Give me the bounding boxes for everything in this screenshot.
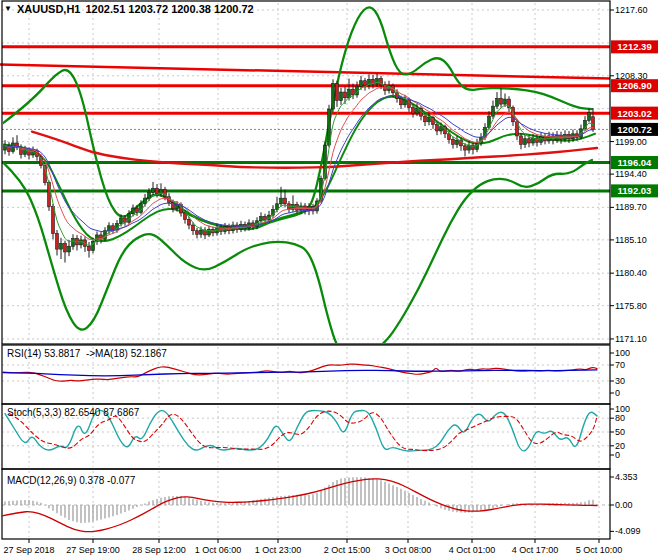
candle xyxy=(344,92,347,98)
candle xyxy=(136,208,139,212)
svg-text:50: 50 xyxy=(615,427,625,437)
candle xyxy=(456,140,459,144)
candle xyxy=(280,198,283,204)
candle xyxy=(132,208,135,214)
candle xyxy=(340,92,343,100)
svg-text:1206.90: 1206.90 xyxy=(617,80,651,91)
svg-text:1192.03: 1192.03 xyxy=(618,185,652,196)
candle xyxy=(528,139,531,143)
time-axis-label: 1 Oct 06:00 xyxy=(195,545,242,555)
candle xyxy=(520,136,523,144)
candle xyxy=(124,218,127,222)
candle xyxy=(88,246,91,250)
svg-text:1203.02: 1203.02 xyxy=(617,108,651,119)
candle xyxy=(176,205,179,209)
candle xyxy=(12,143,15,151)
candle xyxy=(144,198,147,204)
candle xyxy=(436,125,439,131)
candle xyxy=(284,198,287,204)
candle xyxy=(496,98,499,106)
time-axis-label: 2 Oct 15:00 xyxy=(324,545,371,555)
candle xyxy=(260,217,263,221)
time-axis-label: 3 Oct 08:00 xyxy=(385,545,432,555)
candle xyxy=(492,106,495,116)
time-axis-label: 5 Oct 10:00 xyxy=(576,545,623,555)
candle xyxy=(412,108,415,114)
svg-text:80: 80 xyxy=(615,413,625,423)
svg-text:1189.70: 1189.70 xyxy=(615,202,647,212)
candle xyxy=(404,100,407,105)
candle xyxy=(188,219,191,225)
candle xyxy=(452,139,455,144)
svg-text:30: 30 xyxy=(615,376,625,386)
svg-text:0: 0 xyxy=(615,450,620,460)
svg-text:70: 70 xyxy=(615,360,625,370)
candle xyxy=(68,246,71,252)
candle xyxy=(156,188,159,194)
candle xyxy=(64,243,67,251)
candle xyxy=(192,225,195,231)
time-axis-label: 4 Oct 01:00 xyxy=(449,545,496,555)
candle xyxy=(416,108,419,113)
chevron-down-icon[interactable]: ▼ xyxy=(4,4,12,13)
svg-text:1194.40: 1194.40 xyxy=(615,169,647,179)
svg-text:4.353: 4.353 xyxy=(615,472,638,482)
svg-text:1199.00: 1199.00 xyxy=(615,137,647,147)
candle xyxy=(56,234,59,250)
svg-text:1212.39: 1212.39 xyxy=(617,41,651,52)
candle xyxy=(196,231,199,235)
svg-text:0.00: 0.00 xyxy=(615,500,633,510)
candle xyxy=(120,218,123,224)
candle xyxy=(500,98,503,104)
time-axis-label: 27 Sep 2018 xyxy=(3,545,54,555)
candle xyxy=(400,98,403,104)
mt4-chart-window: 1217.601208.301199.001194.401189.701185.… xyxy=(0,0,660,560)
svg-text:1185.10: 1185.10 xyxy=(615,235,647,245)
svg-text:0: 0 xyxy=(615,388,620,398)
candle xyxy=(504,99,507,104)
candle xyxy=(376,79,379,85)
candle xyxy=(336,84,339,101)
svg-text:-4.099: -4.099 xyxy=(615,526,641,536)
svg-text:1196.04: 1196.04 xyxy=(618,157,653,168)
candle xyxy=(152,188,155,192)
candle xyxy=(72,238,75,246)
candle xyxy=(540,137,543,143)
time-axis-label: 27 Sep 19:00 xyxy=(66,545,120,555)
candle xyxy=(148,193,151,199)
candle xyxy=(364,81,367,86)
candle xyxy=(464,146,467,150)
candle xyxy=(524,139,527,145)
candle xyxy=(108,226,111,231)
svg-text:1175.80: 1175.80 xyxy=(615,301,647,311)
candle xyxy=(52,207,55,234)
svg-text:100: 100 xyxy=(615,348,630,358)
svg-text:1180.40: 1180.40 xyxy=(615,268,647,278)
svg-text:1200.72: 1200.72 xyxy=(617,124,651,135)
candle xyxy=(428,118,431,122)
candle xyxy=(200,230,203,234)
candle xyxy=(588,113,591,121)
candle xyxy=(352,89,355,95)
time-axis-label: 1 Oct 23:00 xyxy=(255,545,302,555)
svg-text:1217.60: 1217.60 xyxy=(615,5,648,15)
candle xyxy=(332,84,335,109)
candle xyxy=(112,226,115,230)
svg-text:1171.10: 1171.10 xyxy=(615,334,647,344)
candle xyxy=(360,81,363,87)
candle xyxy=(60,243,63,249)
time-axis-label: 28 Sep 12:00 xyxy=(132,545,186,555)
time-axis-label: 4 Oct 17:00 xyxy=(512,545,559,555)
candle xyxy=(424,116,427,122)
chart-canvas[interactable]: 1217.601208.301199.001194.401189.701185.… xyxy=(0,0,660,560)
candle xyxy=(440,127,443,131)
